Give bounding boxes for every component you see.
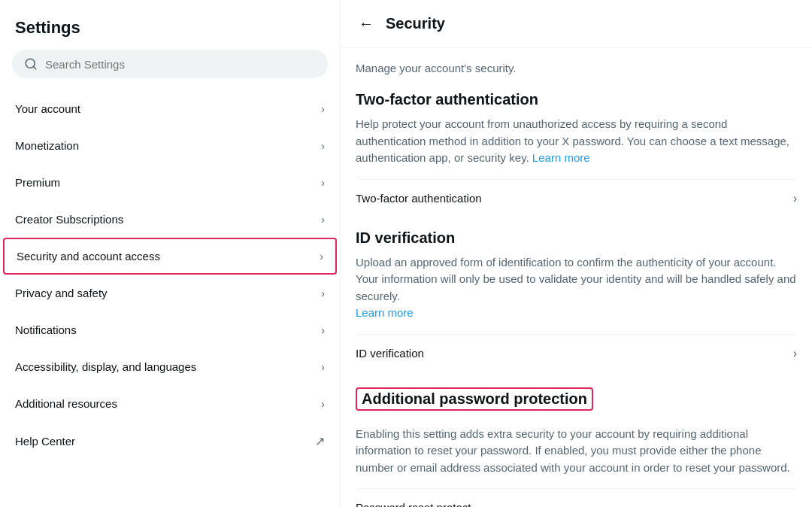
sidebar-item-additional-resources[interactable]: Additional resources › <box>0 385 340 422</box>
two-factor-auth-description: Help protect your account from unauthori… <box>356 116 797 167</box>
search-box[interactable] <box>12 50 328 78</box>
main-content: ← Security Manage your account's securit… <box>341 0 812 507</box>
sidebar-item-creator-subscriptions[interactable]: Creator Subscriptions › <box>0 201 340 238</box>
id-verification-row-chevron-icon: › <box>793 347 797 360</box>
settings-title: Settings <box>0 12 340 47</box>
sidebar: Settings Your account › Monetization › P… <box>0 0 341 507</box>
sidebar-item-help-center[interactable]: Help Center ↗ <box>0 422 340 460</box>
back-button[interactable]: ← <box>356 12 377 35</box>
chevron-icon: › <box>321 361 325 373</box>
additional-password-protection-description: Enabling this setting adds extra securit… <box>356 426 797 477</box>
password-reset-label: Password reset protect <box>356 501 471 507</box>
chevron-icon: › <box>321 324 325 336</box>
sidebar-nav: Your account › Monetization › Premium › … <box>0 90 340 460</box>
id-verification-row[interactable]: ID verification › <box>356 334 797 372</box>
page-title: Security <box>386 15 445 32</box>
two-factor-row-chevron-icon: › <box>793 192 797 205</box>
sidebar-item-your-account[interactable]: Your account › <box>0 90 340 127</box>
chevron-icon: › <box>321 140 325 152</box>
chevron-icon: › <box>321 398 325 410</box>
external-link-icon: ↗ <box>315 434 325 448</box>
chevron-icon: › <box>320 250 323 263</box>
id-verification-description: Upload an approved form of identificatio… <box>356 254 797 322</box>
search-input[interactable] <box>45 58 316 71</box>
sidebar-item-notifications[interactable]: Notifications › <box>0 311 340 348</box>
back-arrow-icon: ← <box>359 15 374 32</box>
two-factor-auth-section: Two-factor authentication Help protect y… <box>356 91 797 217</box>
id-verification-section: ID verification Upload an approved form … <box>356 229 797 372</box>
search-icon <box>24 57 38 71</box>
content-body: Manage your account's security. Two-fact… <box>341 48 812 507</box>
additional-password-protection-title: Additional password protection <box>356 387 593 411</box>
sidebar-item-security-and-account-access[interactable]: Security and account access › <box>3 238 337 275</box>
id-verification-title: ID verification <box>356 229 797 247</box>
sidebar-item-premium[interactable]: Premium › <box>0 164 340 201</box>
two-factor-auth-row[interactable]: Two-factor authentication › <box>356 179 797 217</box>
chevron-icon: › <box>321 177 325 189</box>
two-factor-auth-title: Two-factor authentication <box>356 91 797 108</box>
sidebar-item-accessibility-display-languages[interactable]: Accessibility, display, and languages › <box>0 348 340 385</box>
password-reset-info: Password reset protect Learn more <box>356 501 471 507</box>
sidebar-item-monetization[interactable]: Monetization › <box>0 127 340 164</box>
chevron-icon: › <box>321 214 325 226</box>
intro-description: Manage your account's security. <box>356 60 797 76</box>
id-verification-learn-more-link[interactable]: Learn more <box>356 306 414 319</box>
sidebar-item-privacy-and-safety[interactable]: Privacy and safety › <box>0 275 340 311</box>
two-factor-learn-more-link[interactable]: Learn more <box>532 151 590 164</box>
chevron-icon: › <box>321 287 325 299</box>
chevron-icon: › <box>321 103 325 115</box>
two-factor-auth-row-label: Two-factor authentication <box>356 192 482 205</box>
id-verification-row-label: ID verification <box>356 347 424 360</box>
content-header: ← Security <box>341 0 812 48</box>
svg-line-1 <box>33 66 35 68</box>
additional-password-protection-section: Additional password protection Enabling … <box>356 384 797 508</box>
password-reset-row: Password reset protect Learn more <box>356 488 797 507</box>
